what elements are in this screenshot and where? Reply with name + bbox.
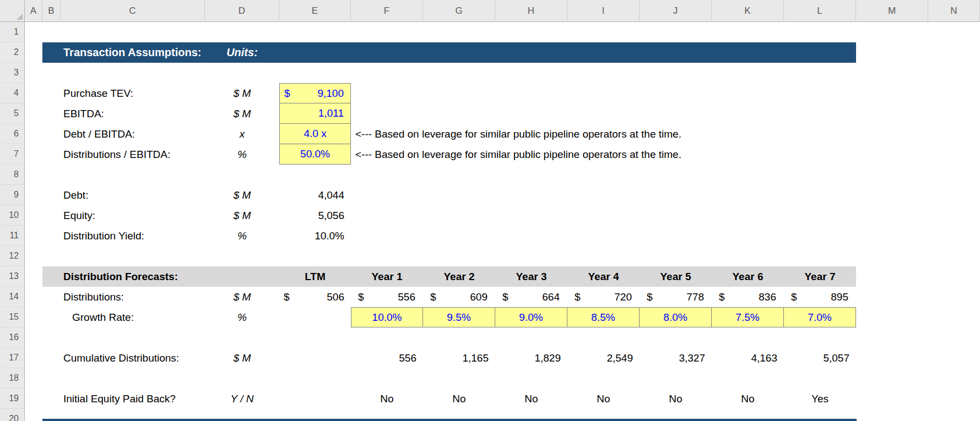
row-header-8[interactable]: 8	[0, 165, 25, 185]
column-header-l[interactable]: L	[784, 0, 856, 22]
column-header-d[interactable]: D	[205, 0, 279, 22]
row-header-7[interactable]: 7	[0, 144, 25, 165]
column-header-k[interactable]: K	[712, 0, 784, 22]
column-header-f[interactable]: F	[351, 0, 423, 22]
empty-cells[interactable]	[856, 389, 980, 409]
empty-cells[interactable]	[25, 63, 980, 83]
row-header-13[interactable]: 13	[0, 266, 25, 287]
empty-cells[interactable]	[351, 83, 980, 103]
column-header-h[interactable]: H	[495, 0, 567, 22]
row-header-5[interactable]: 5	[0, 103, 25, 124]
cell-distributions-year-6[interactable]: $ 836	[712, 287, 784, 307]
cell-paid-back-year-4[interactable]: No	[567, 389, 640, 409]
empty-cells[interactable]	[351, 226, 980, 246]
empty-cells[interactable]	[856, 266, 980, 287]
cell-cumulative-year-4[interactable]: 2,549	[567, 348, 640, 368]
value-distribution-yield[interactable]: 10.0%	[279, 226, 351, 246]
value-debt[interactable]: 4,044	[279, 185, 351, 205]
empty-cells[interactable]	[25, 22, 980, 42]
spacer-e[interactable]	[279, 307, 351, 327]
units-distribution-yield[interactable]: %	[205, 226, 279, 246]
input-growth-rate-year-4[interactable]: 8.5%	[567, 307, 640, 327]
cell-cumulative-year-1[interactable]: 556	[351, 348, 423, 368]
units-debt[interactable]: $ M	[205, 185, 279, 205]
row-header-4[interactable]: 4	[0, 83, 25, 103]
row-header-14[interactable]: 14	[0, 287, 25, 307]
row-header-9[interactable]: 9	[0, 185, 25, 205]
units-distributions[interactable]: $ M	[205, 287, 279, 307]
empty-cells[interactable]	[856, 287, 980, 307]
column-header-a[interactable]: A	[25, 0, 42, 22]
input-debt-ebitda[interactable]: 4.0 x	[279, 124, 351, 144]
input-growth-rate-year-7[interactable]: 7.0%	[784, 307, 856, 327]
units-debt-ebitda[interactable]: x	[205, 124, 279, 144]
row-header-2[interactable]: 2	[0, 42, 25, 63]
units-cumulative-distributions[interactable]: $ M	[205, 348, 279, 368]
empty-cells[interactable]	[25, 246, 980, 266]
input-growth-rate-year-3[interactable]: 9.0%	[495, 307, 567, 327]
row-header-12[interactable]: 12	[0, 246, 25, 266]
column-header-n[interactable]: N	[928, 0, 980, 22]
row-header-16[interactable]: 16	[0, 327, 25, 348]
cell-cumulative-year-7[interactable]: 5,057	[784, 348, 856, 368]
cell-paid-back-year-2[interactable]: No	[423, 389, 495, 409]
empty-cells[interactable]	[25, 368, 980, 389]
cell-paid-back-year-3[interactable]: No	[495, 389, 567, 409]
units-distributions-ebitda[interactable]: %	[205, 144, 279, 165]
input-purchase-tev[interactable]: $ 9,100	[279, 83, 351, 103]
column-header-i[interactable]: I	[567, 0, 640, 22]
empty-cells[interactable]	[856, 348, 980, 368]
cell-paid-back-year-5[interactable]: No	[640, 389, 712, 409]
column-header-e[interactable]: E	[279, 0, 351, 22]
select-all-corner[interactable]	[0, 0, 25, 22]
row-header-11[interactable]: 11	[0, 226, 25, 246]
input-distributions-ebitda[interactable]: 50.0%	[279, 144, 351, 165]
label-purchase-tev[interactable]: Purchase TEV:	[61, 83, 205, 103]
row-header-17[interactable]: 17	[0, 348, 25, 368]
row-header-19[interactable]: 19	[0, 389, 25, 409]
input-ebitda[interactable]: 1,011	[279, 103, 351, 124]
cell-distributions-year-4[interactable]: $ 720	[567, 287, 640, 307]
column-header-g[interactable]: G	[423, 0, 495, 22]
row-header-3[interactable]: 3	[0, 63, 25, 83]
label-initial-equity-paid-back[interactable]: Initial Equity Paid Back?	[61, 389, 205, 409]
transaction-assumptions-header-band[interactable]: Transaction Assumptions: Units:	[42, 42, 856, 63]
cell-paid-back-year-6[interactable]: No	[712, 389, 784, 409]
units-purchase-tev[interactable]: $ M	[205, 83, 279, 103]
empty-cells[interactable]	[856, 42, 980, 63]
empty-cells[interactable]	[351, 103, 980, 124]
input-growth-rate-year-1[interactable]: 10.0%	[351, 307, 423, 327]
label-distributions-ebitda[interactable]: Distributions / EBITDA:	[61, 144, 205, 165]
empty-cells[interactable]	[351, 205, 980, 226]
label-equity[interactable]: Equity:	[61, 205, 205, 226]
column-header-m[interactable]: M	[856, 0, 928, 22]
cell-cumulative-year-6[interactable]: 4,163	[712, 348, 784, 368]
empty-cells[interactable]	[856, 307, 980, 327]
label-debt-ebitda[interactable]: Debt / EBITDA:	[61, 124, 205, 144]
units-ebitda[interactable]: $ M	[205, 103, 279, 124]
row-header-1[interactable]: 1	[0, 22, 25, 42]
row-header-10[interactable]: 10	[0, 205, 25, 226]
row-header-15[interactable]: 15	[0, 307, 25, 327]
column-header-b[interactable]: B	[42, 0, 61, 22]
cell-paid-back-year-1[interactable]: No	[351, 389, 423, 409]
cell-paid-back-year-7[interactable]: Yes	[784, 389, 856, 409]
spacer-e[interactable]	[279, 348, 351, 368]
value-equity[interactable]: 5,056	[279, 205, 351, 226]
spacer-e[interactable]	[279, 389, 351, 409]
empty-cells[interactable]	[351, 185, 980, 205]
row-header-20[interactable]: 20	[0, 409, 25, 421]
cell-cumulative-year-3[interactable]: 1,829	[495, 348, 567, 368]
cell-distributions-ltm[interactable]: $ 506	[279, 287, 351, 307]
distribution-forecasts-header-band[interactable]: Distribution Forecasts: LTM Year 1 Year …	[42, 266, 856, 287]
cell-distributions-year-3[interactable]: $ 664	[495, 287, 567, 307]
input-growth-rate-year-5[interactable]: 8.0%	[640, 307, 712, 327]
input-growth-rate-year-6[interactable]: 7.5%	[712, 307, 784, 327]
units-growth-rate[interactable]: %	[205, 307, 279, 327]
label-distribution-yield[interactable]: Distribution Yield:	[61, 226, 205, 246]
row-header-6[interactable]: 6	[0, 124, 25, 144]
cell-cumulative-year-5[interactable]: 3,327	[640, 348, 712, 368]
label-growth-rate[interactable]: Growth Rate:	[61, 307, 205, 327]
units-equity[interactable]: $ M	[205, 205, 279, 226]
label-debt[interactable]: Debt:	[61, 185, 205, 205]
